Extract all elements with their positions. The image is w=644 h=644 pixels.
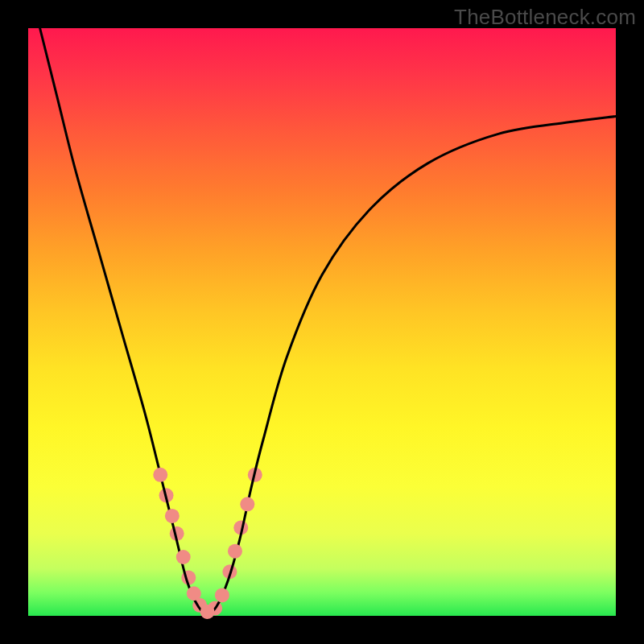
marker-dot <box>153 468 167 482</box>
marker-dot <box>200 605 215 619</box>
marker-dot <box>215 588 229 602</box>
marker-dot <box>165 509 180 523</box>
marker-dot <box>228 544 242 559</box>
curve-path <box>40 28 616 613</box>
chart-svg <box>28 28 616 616</box>
marker-dot <box>176 550 191 564</box>
watermark-text: TheBottleneck.com <box>454 5 636 30</box>
marker-dot <box>187 586 201 601</box>
marker-group-behind <box>159 468 262 616</box>
plot-area <box>28 28 616 616</box>
marker-dot <box>240 497 254 511</box>
chart-frame: TheBottleneck.com <box>0 0 644 644</box>
